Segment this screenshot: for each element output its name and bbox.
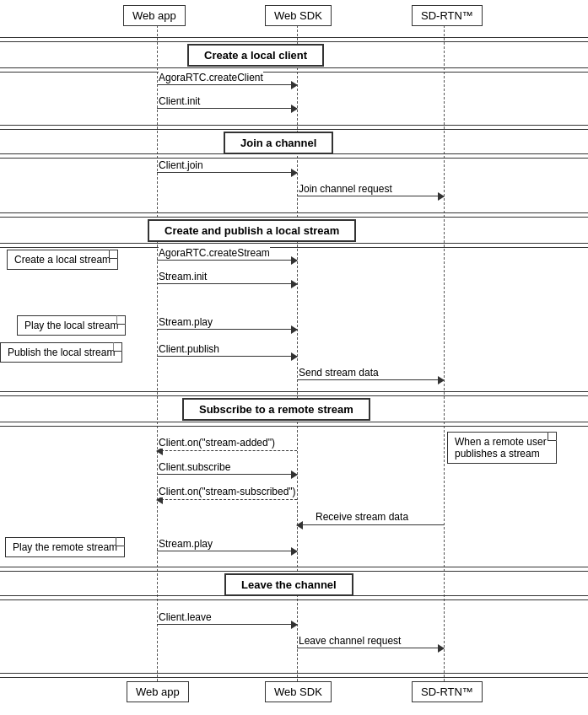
label-clientpublish: Client.publish [159,343,219,355]
section-create-client: Create a local client [187,44,324,67]
section-sep-2a [0,125,588,130]
lifeline-label-webapp-top: Web app [123,5,186,26]
label-streamplay-remote: Stream.play [159,538,213,550]
section-createpublish: Create and publish a local stream [148,219,356,242]
arrow-createstream [157,260,297,261]
note-create-local-stream: Create a local stream [7,250,118,270]
lifeline-label-sdrtn-bot: SD-RTN™ [412,681,483,702]
label-joinchannel: Join channel request [299,183,392,195]
arrow-clientjoin [157,172,297,173]
label-senddata: Send stream data [299,367,379,379]
label-receivedata: Receive stream data [316,511,408,523]
label-createstream: AgoraRTC.createStream [159,247,270,259]
note-publish-local-stream: Publish the local stream [0,342,122,363]
label-clientleave: Client.leave [159,611,212,623]
arrow-leavechannel [297,648,444,648]
lifeline-label-webapp-bot: Web app [127,681,189,702]
note-play-local-stream: Play the local stream [17,315,126,336]
lifeline-label-websdk-bot: Web SDK [265,681,332,702]
section-sep-4a [0,391,588,396]
section-sep-4b [0,422,588,427]
label-leavechannel: Leave channel request [299,635,401,647]
section-sep-5a [0,567,588,572]
section-sep-5b [0,595,588,600]
arrow-streamadded [157,450,297,451]
section-subscribe: Subscribe to a remote stream [182,398,370,421]
arrow-senddata [297,379,444,380]
section-leave: Leave the channel [224,573,353,596]
arrow-joinchannel [297,196,444,196]
arrow-streaminit [157,283,297,284]
section-sep-1a [0,37,588,42]
bottom-separator [0,673,588,678]
label-streaminit: Stream.init [159,271,207,282]
label-clientinit: Client.init [159,95,200,107]
section-sep-3a [0,212,588,218]
label-clientsubscribe: Client.subscribe [159,461,230,473]
label-streamadded: Client.on("stream-added") [159,437,275,449]
arrow-streamsubscribed [157,499,297,500]
note-remote-user: When a remote user publishes a stream [447,432,557,464]
lifeline-label-sdrtn-top: SD-RTN™ [412,5,483,26]
section-sep-2b [0,153,588,159]
arrow-clientinit [157,108,297,109]
arrow-streamplay-local [157,329,297,330]
section-join: Join a channel [224,132,333,154]
note-play-remote-stream: Play the remote stream [5,537,125,557]
label-streamsubscribed: Client.on("stream-subscribed") [159,486,296,497]
arrow-clientleave [157,624,297,625]
sequence-diagram: Web app Web SDK SD-RTN™ Create a local c… [0,0,588,715]
arrow-createclient [157,84,297,85]
arrow-receivedata [297,524,444,525]
arrow-clientsubscribe [157,474,297,475]
section-sep-1b [0,67,588,73]
label-streamplay-local: Stream.play [159,316,213,328]
label-clientjoin: Client.join [159,159,203,171]
section-sep-3b [0,243,588,248]
lifeline-label-websdk-top: Web SDK [265,5,332,26]
arrow-clientpublish [157,356,297,357]
label-createclient: AgoraRTC.createClient [159,72,263,83]
arrow-streamplay-remote [157,551,297,551]
